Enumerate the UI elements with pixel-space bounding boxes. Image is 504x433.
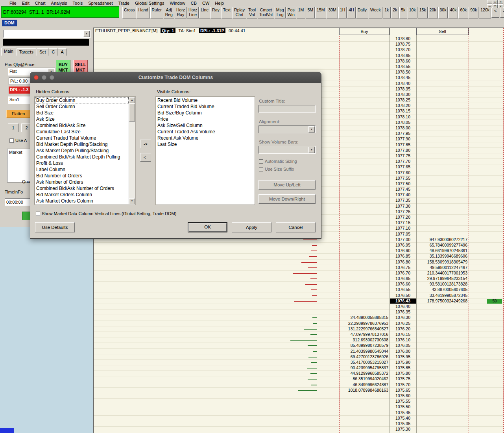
alignment-dropdown[interactable]: ▼ (258, 125, 316, 133)
sell-cell[interactable] (416, 181, 469, 186)
sell-cell[interactable] (416, 315, 469, 320)
toolbar-40k[interactable]: 40k (448, 7, 458, 18)
hidden-column-item[interactable]: Combined Bid/Ask Size (35, 122, 129, 129)
sell-cell[interactable]: 158.53099918365479 (416, 260, 469, 265)
buy-cell[interactable] (339, 164, 390, 170)
buy-cell[interactable] (339, 243, 390, 248)
toolbar-1k[interactable]: 1k (383, 7, 391, 18)
automatic-sizing-checkbox[interactable]: Automatic Sizing (259, 159, 297, 164)
buy-cell[interactable] (339, 75, 390, 80)
sell-cell[interactable] (416, 321, 469, 326)
sell-cell[interactable] (416, 198, 469, 203)
hidden-column-item[interactable]: Ask Size (35, 116, 129, 122)
minimize-icon[interactable]: — (487, 0, 492, 4)
buy-cell[interactable] (339, 153, 390, 158)
sell-cell[interactable]: 29.971999645233154 (416, 276, 469, 281)
sell-cell[interactable] (416, 304, 469, 309)
menu-tools[interactable]: Tools (73, 1, 83, 6)
sell-cell[interactable] (416, 371, 469, 376)
buy-cell[interactable] (339, 70, 390, 75)
sell-cell[interactable] (416, 332, 469, 337)
sell-cell[interactable] (416, 399, 469, 404)
sell-cell[interactable] (416, 170, 469, 175)
toolbar-ruler[interactable]: Ruler (150, 7, 163, 18)
sell-cell[interactable] (416, 187, 469, 192)
buy-cell[interactable] (339, 81, 390, 86)
sell-cell[interactable] (416, 220, 469, 225)
hidden-column-item[interactable]: Cumulative Last Size (35, 129, 129, 135)
bottom-window-tab[interactable] (0, 428, 14, 433)
chevron-down-icon[interactable]: ▼ (308, 126, 315, 133)
move-down-right-button[interactable]: Move Down/Right (258, 194, 316, 204)
use-defaults-button[interactable]: Use Defaults (35, 222, 75, 232)
menu-global-settings[interactable]: Global Settings (135, 1, 164, 6)
toolbar-horz-ray[interactable]: Horz Ray (175, 7, 186, 18)
sell-cell[interactable] (416, 136, 469, 142)
buy-cell[interactable] (339, 248, 390, 253)
buy-cell[interactable] (339, 98, 390, 103)
panel-tab-set[interactable]: Set (37, 48, 49, 56)
sell-cell[interactable] (416, 354, 469, 359)
buy-cell[interactable] (339, 260, 390, 265)
sell-cell[interactable] (416, 47, 469, 52)
sell-cell[interactable] (416, 92, 469, 97)
qty-preset-1-button[interactable]: 1 (8, 123, 18, 132)
sell-cell[interactable] (416, 125, 469, 131)
sell-cell[interactable] (416, 176, 469, 181)
sell-cell[interactable] (416, 376, 469, 381)
buy-cell[interactable] (339, 421, 390, 426)
buy-cell[interactable] (339, 254, 390, 259)
buy-cell[interactable]: 47.09799978137016 (339, 332, 390, 337)
vertical-lines-checkbox[interactable]: Show Market Data Column Vertical Lines (… (36, 211, 176, 216)
toolbar-120k[interactable]: 120k (479, 7, 491, 18)
hidden-column-item[interactable]: Combined Bid/Ask Number of Orders (35, 185, 129, 192)
buy-cell[interactable] (339, 114, 390, 120)
buy-cell[interactable]: 44.91299968585372 (339, 371, 390, 376)
buy-cell[interactable] (339, 393, 390, 398)
sell-cell[interactable] (416, 81, 469, 86)
sell-cell[interactable] (416, 59, 469, 64)
sell-cell[interactable]: 210.34400177001953 (416, 271, 469, 276)
panel-tab-c[interactable]: C (49, 48, 57, 56)
toolbar-60k[interactable]: 60k (458, 7, 468, 18)
buy-cell[interactable] (339, 148, 390, 153)
buy-cell[interactable] (339, 120, 390, 125)
buy-cell[interactable]: 131.22299766540527 (339, 326, 390, 332)
sell-cell[interactable]: 65.78400099277496 (416, 243, 469, 248)
buy-cell[interactable] (339, 232, 390, 237)
sell-cell[interactable] (416, 215, 469, 220)
hidden-column-item[interactable]: Bid Market Depth Pulling/Stacking (35, 141, 129, 147)
sell-cell[interactable] (416, 75, 469, 80)
sell-cell[interactable] (416, 42, 469, 47)
buy-cell[interactable] (339, 187, 390, 192)
sell-cell[interactable] (416, 393, 469, 398)
cancel-button[interactable]: Cancel (276, 222, 316, 232)
sell-cell[interactable] (416, 365, 469, 370)
symbol-dropdown[interactable]: ▼ (3, 30, 90, 38)
buy-cell[interactable] (339, 399, 390, 404)
buy-cell[interactable] (339, 265, 390, 270)
buy-cell[interactable] (339, 220, 390, 225)
buy-cell[interactable] (339, 59, 390, 64)
checkbox-box[interactable] (259, 167, 263, 171)
buy-cell[interactable] (339, 304, 390, 309)
sell-cell[interactable] (416, 64, 469, 69)
sell-cell[interactable] (416, 337, 469, 343)
buy-cell[interactable]: 35.41700053215027 (339, 360, 390, 365)
use-size-suffix-checkbox[interactable]: Use Size Suffix (259, 167, 294, 171)
checkbox-box[interactable] (259, 159, 263, 164)
tab-dom[interactable]: DOM (2, 20, 17, 26)
toolbar-horz-line[interactable]: Horz Line (187, 7, 199, 18)
toolbar-msg-log[interactable]: Msg Log (275, 7, 286, 18)
sell-cell[interactable] (416, 70, 469, 75)
sell-cell[interactable]: 178.97500324249268 (416, 298, 469, 304)
scrollbar[interactable]: ▲ ▼ (129, 97, 135, 204)
buy-cell[interactable] (339, 287, 390, 292)
visible-column-item[interactable]: Ask Size/Sell Column (156, 122, 254, 129)
sell-cell[interactable] (416, 109, 469, 114)
flatten-button[interactable]: Flatten (6, 110, 30, 118)
visible-column-item[interactable]: Recent Ask Volume (156, 135, 254, 141)
buy-cell[interactable] (339, 310, 390, 315)
toolbar-week[interactable]: Week (369, 7, 382, 18)
buy-cell[interactable] (339, 198, 390, 203)
